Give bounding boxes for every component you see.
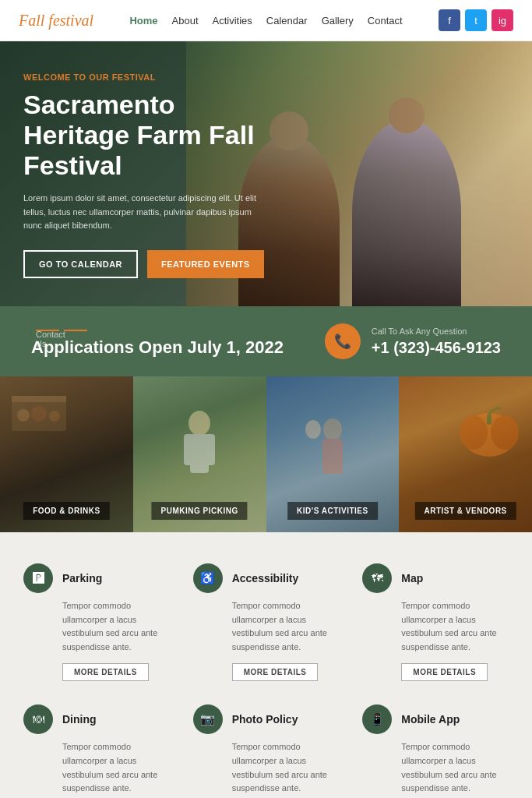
activities-grid: FOOD & DRINKS PUMKING PICKING KID'S ACTI… <box>0 376 532 532</box>
info-card-header: 🗺 Map <box>362 563 509 593</box>
hero-section: Welcome To Our Festival Sacramento Herit… <box>0 41 532 306</box>
hero-description: Lorem ipsum dolor sit amet, consectetur … <box>23 192 265 233</box>
info-card-dining: 🍽 Dining Tempor commodo ullamcorper a la… <box>23 704 170 798</box>
info-card-map: 🗺 Map Tempor commodo ullamcorper a lacus… <box>362 563 509 681</box>
nav-calendar[interactable]: Calendar <box>266 15 308 26</box>
svg-point-13 <box>460 415 488 450</box>
nav-activities[interactable]: Activities <box>213 15 252 26</box>
phone-icon: 📞 <box>325 323 361 359</box>
twitter-icon[interactable]: t <box>465 9 487 31</box>
svg-point-3 <box>31 406 47 422</box>
svg-point-2 <box>17 409 30 422</box>
activity-label-kids: KID'S ACTIVITIES <box>287 502 378 520</box>
info-icon-5: 📱 <box>362 704 392 734</box>
svg-point-14 <box>491 415 519 450</box>
svg-rect-15 <box>487 414 491 425</box>
logo: Fall festival <box>19 12 93 30</box>
phone-number: +1 (323)-456-9123 <box>372 339 501 357</box>
hero-subtitle: Welcome To Our Festival <box>23 72 265 82</box>
info-card-header: 🅿 Parking <box>23 563 170 593</box>
info-card-header: 📱 Mobile App <box>362 704 509 734</box>
instagram-icon[interactable]: ig <box>491 9 513 31</box>
info-icon-1: ♿ <box>193 563 223 593</box>
featured-events-button[interactable]: FEATURED EVENTS <box>147 250 264 278</box>
activity-pumpkin[interactable]: PUMKING PICKING <box>133 376 266 532</box>
svg-rect-1 <box>12 396 66 402</box>
info-more-details-0[interactable]: MORE DETAILS <box>62 663 149 681</box>
call-label: Call To Ask Any Question <box>372 327 501 336</box>
info-card-text-5: Tempor commodo ullamcorper a lacus vesti… <box>401 740 509 795</box>
hero-content: Welcome To Our Festival Sacramento Herit… <box>23 72 265 278</box>
info-card-title-3: Dining <box>62 713 97 726</box>
svg-rect-10 <box>322 439 343 474</box>
info-card-header: 🍽 Dining <box>23 704 170 734</box>
info-icon-3: 🍽 <box>23 704 53 734</box>
info-card-accessibility: ♿ Accessibility Tempor commodo ullamcorp… <box>193 563 340 681</box>
info-section: 🅿 Parking Tempor commodo ullamcorper a l… <box>0 532 532 798</box>
info-card-text-3: Tempor commodo ullamcorper a lacus vesti… <box>62 740 170 795</box>
social-icons: f t ig <box>439 9 513 31</box>
phone-info: Call To Ask Any Question +1 (323)-456-91… <box>372 327 501 357</box>
cta-left: Contact Us Applications Open July 1, 202… <box>31 325 284 358</box>
info-more-details-1[interactable]: MORE DETAILS <box>232 663 319 681</box>
activity-label-pumpkin: PUMKING PICKING <box>152 502 248 520</box>
info-card-title-2: Map <box>401 572 423 584</box>
svg-point-9 <box>323 418 342 440</box>
nav-about[interactable]: About <box>172 15 199 26</box>
activity-food[interactable]: FOOD & DRINKS <box>0 376 133 532</box>
hero-buttons: GO TO CALENDAR FEATURED EVENTS <box>23 250 265 278</box>
info-icon-2: 🗺 <box>362 563 392 593</box>
activity-vendors[interactable]: ARTIST & VENDORS <box>399 376 532 532</box>
info-icon-0: 🅿 <box>23 563 53 593</box>
go-to-calendar-button[interactable]: GO TO CALENDAR <box>23 250 138 278</box>
info-more-details-2[interactable]: MORE DETAILS <box>401 663 488 681</box>
activity-label-vendors: ARTIST & VENDORS <box>414 502 516 520</box>
nav-links: Home About Activities Calendar Gallery C… <box>129 13 402 27</box>
nav-contact[interactable]: Contact <box>368 15 403 26</box>
facebook-icon[interactable]: f <box>439 9 460 31</box>
nav-gallery[interactable]: Gallery <box>322 15 354 26</box>
info-card-text-4: Tempor commodo ullamcorper a lacus vesti… <box>232 740 340 795</box>
info-card-header: ♿ Accessibility <box>193 563 340 593</box>
info-card-title-0: Parking <box>62 572 102 584</box>
info-card-text-2: Tempor commodo ullamcorper a lacus vesti… <box>401 599 509 654</box>
hero-title: Sacramento Heritage Farm Fall Festival <box>23 90 265 181</box>
cta-title: Applications Open July 1, 2022 <box>31 337 284 358</box>
info-card-photo policy: 📷 Photo Policy Tempor commodo ullamcorpe… <box>193 704 340 798</box>
svg-point-5 <box>188 411 210 436</box>
info-card-header: 📷 Photo Policy <box>193 704 340 734</box>
cta-right: 📞 Call To Ask Any Question +1 (323)-456-… <box>325 323 501 359</box>
info-card-text-1: Tempor commodo ullamcorper a lacus vesti… <box>232 599 340 654</box>
svg-rect-8 <box>206 434 215 465</box>
info-card-mobile app: 📱 Mobile App Tempor commodo ullamcorper … <box>362 704 509 798</box>
info-card-title-4: Photo Policy <box>232 713 298 726</box>
activity-kids[interactable]: KID'S ACTIVITIES <box>266 376 400 532</box>
cta-bar: Contact Us Applications Open July 1, 202… <box>0 306 532 376</box>
info-card-title-5: Mobile App <box>401 713 460 726</box>
contact-label: Contact Us <box>31 325 284 334</box>
info-card-title-1: Accessibility <box>232 572 299 584</box>
svg-rect-7 <box>184 434 193 465</box>
nav-home[interactable]: Home <box>129 15 157 26</box>
svg-point-4 <box>49 411 60 422</box>
navbar: Fall festival Home About Activities Cale… <box>0 0 532 41</box>
info-card-text-0: Tempor commodo ullamcorper a lacus vesti… <box>62 599 170 654</box>
info-grid: 🅿 Parking Tempor commodo ullamcorper a l… <box>23 563 509 798</box>
activity-label-food: FOOD & DRINKS <box>23 502 110 520</box>
info-icon-4: 📷 <box>193 704 223 734</box>
svg-point-11 <box>305 420 321 439</box>
info-card-parking: 🅿 Parking Tempor commodo ullamcorper a l… <box>23 563 170 681</box>
